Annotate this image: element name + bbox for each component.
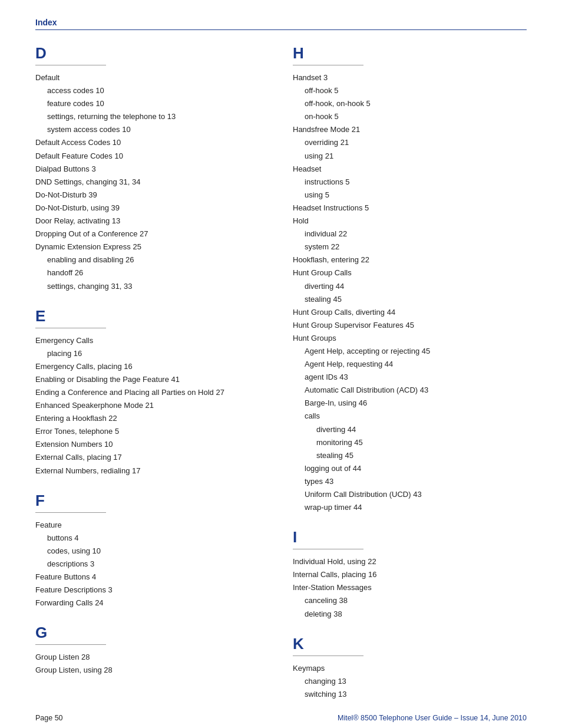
- section-divider: [35, 644, 106, 645]
- index-entry: Agent Help, accepting or rejecting 45: [305, 345, 527, 358]
- index-entry: calls: [305, 410, 527, 423]
- index-entry: Feature: [35, 519, 269, 532]
- index-entry: on-hook 5: [305, 110, 527, 123]
- footer: Page 50 Mitel® 8500 Telephone User Guide…: [35, 714, 527, 722]
- section-letter: D: [35, 44, 269, 62]
- section-divider: [293, 549, 363, 549]
- index-entry: overriding 21: [305, 136, 527, 149]
- index-entry: system access codes 10: [47, 123, 269, 136]
- section-block: DDefaultaccess codes 10feature codes 10s…: [35, 44, 269, 293]
- index-entry: Hunt Group Supervisor Features 45: [293, 319, 527, 332]
- index-entry: Enhanced Speakerphone Mode 21: [35, 399, 269, 412]
- index-header: Index: [35, 18, 527, 30]
- index-entry: types 43: [305, 475, 527, 488]
- index-entry: Agent Help, requesting 44: [305, 358, 527, 371]
- section-block: FFeaturebuttons 4codes, using 10descript…: [35, 492, 269, 610]
- index-entry: feature codes 10: [47, 97, 269, 110]
- top-divider: [35, 29, 527, 30]
- index-entry: Do-Not-Disturb 39: [35, 189, 269, 202]
- section-block: KKeymapschanging 13switching 13: [293, 635, 527, 701]
- index-entry: settings, returning the telephone to 13: [47, 110, 269, 123]
- index-entry: Door Relay, activating 13: [35, 215, 269, 228]
- index-entry: Hold: [293, 215, 527, 228]
- section-block: IIndividual Hold, using 22Internal Calls…: [293, 528, 527, 620]
- index-entry: Handsfree Mode 21: [293, 123, 527, 136]
- index-entry: Group Listen, using 28: [35, 664, 269, 677]
- section-block: EEmergency Callsplacing 16Emergency Call…: [35, 307, 269, 477]
- section-letter: E: [35, 307, 269, 325]
- index-entry: off-hook 5: [305, 84, 527, 97]
- left-column: DDefaultaccess codes 10feature codes 10s…: [35, 39, 269, 715]
- section-divider: [293, 655, 363, 656]
- index-entry: Group Listen 28: [35, 651, 269, 664]
- index-entry: Headset: [293, 163, 527, 176]
- index-entry: Individual Hold, using 22: [293, 555, 527, 568]
- index-entry: Hookflash, entering 22: [293, 253, 527, 266]
- index-entry: Entering a Hookflash 22: [35, 412, 269, 425]
- index-entry: changing 13: [305, 675, 527, 688]
- index-entry: Inter-Station Messages: [293, 581, 527, 594]
- index-entry: using 5: [305, 189, 527, 202]
- index-entry: Dynamic Extension Express 25: [35, 241, 269, 253]
- section-letter: F: [35, 492, 269, 510]
- right-column: HHandset 3off-hook 5off-hook, on-hook 5o…: [293, 39, 527, 715]
- index-entry: Feature Descriptions 3: [35, 584, 269, 597]
- index-entry: descriptions 3: [47, 558, 269, 571]
- index-entry: handoff 26: [47, 266, 269, 279]
- index-entry: DND Settings, changing 31, 34: [35, 176, 269, 189]
- index-entry: wrap-up timer 44: [305, 501, 527, 514]
- index-entry: deleting 38: [305, 608, 527, 621]
- section-divider: [35, 65, 106, 65]
- index-entry: stealing 45: [316, 449, 527, 462]
- index-entry: Uniform Call Distribution (UCD) 43: [305, 488, 527, 501]
- footer-guide: Mitel® 8500 Telephone User Guide – Issue…: [338, 714, 527, 722]
- columns: DDefaultaccess codes 10feature codes 10s…: [35, 39, 527, 715]
- index-entry: Keymaps: [293, 662, 527, 675]
- index-entry: system 22: [305, 241, 527, 253]
- index-entry: Feature Buttons 4: [35, 571, 269, 584]
- index-entry: instructions 5: [305, 176, 527, 189]
- index-entry: Dropping Out of a Conference 27: [35, 228, 269, 241]
- index-entry: agent IDs 43: [305, 371, 527, 384]
- index-title: Index: [35, 18, 527, 27]
- index-entry: Do-Not-Disturb, using 39: [35, 202, 269, 215]
- index-entry: off-hook, on-hook 5: [305, 97, 527, 110]
- index-entry: switching 13: [305, 688, 527, 701]
- footer-page: Page 50: [35, 714, 63, 722]
- index-entry: Emergency Calls: [35, 334, 269, 347]
- index-entry: diverting 44: [305, 280, 527, 293]
- index-entry: Forwarding Calls 24: [35, 597, 269, 610]
- index-entry: monitoring 45: [316, 436, 527, 449]
- index-entry: Automatic Call Distribution (ACD) 43: [305, 384, 527, 397]
- index-entry: Hunt Group Calls: [293, 266, 527, 279]
- index-entry: Dialpad Buttons 3: [35, 163, 269, 176]
- section-letter: H: [293, 44, 527, 62]
- index-entry: logging out of 44: [305, 462, 527, 475]
- index-entry: using 21: [305, 150, 527, 163]
- index-entry: Default: [35, 71, 269, 84]
- index-entry: access codes 10: [47, 84, 269, 97]
- index-entry: settings, changing 31, 33: [47, 280, 269, 293]
- section-divider: [35, 328, 106, 328]
- index-entry: individual 22: [305, 228, 527, 241]
- index-entry: codes, using 10: [47, 545, 269, 558]
- index-entry: buttons 4: [47, 532, 269, 545]
- index-entry: stealing 45: [305, 293, 527, 306]
- section-block: GGroup Listen 28Group Listen, using 28: [35, 624, 269, 677]
- index-entry: Hunt Groups: [293, 332, 527, 345]
- index-entry: Headset Instructions 5: [293, 202, 527, 215]
- index-entry: canceling 38: [305, 594, 527, 607]
- section-block: HHandset 3off-hook 5off-hook, on-hook 5o…: [293, 44, 527, 514]
- section-letter: I: [293, 528, 527, 546]
- index-entry: Handset 3: [293, 71, 527, 84]
- index-entry: Default Feature Codes 10: [35, 150, 269, 163]
- index-entry: enabling and disabling 26: [47, 253, 269, 266]
- index-entry: Default Access Codes 10: [35, 136, 269, 149]
- index-entry: External Calls, placing 17: [35, 451, 269, 464]
- section-letter: K: [293, 635, 527, 653]
- index-entry: Ending a Conference and Placing all Part…: [35, 386, 269, 399]
- index-entry: diverting 44: [316, 423, 527, 436]
- index-entry: Hunt Group Calls, diverting 44: [293, 306, 527, 319]
- index-entry: Barge-In, using 46: [305, 397, 527, 410]
- section-divider: [35, 512, 106, 513]
